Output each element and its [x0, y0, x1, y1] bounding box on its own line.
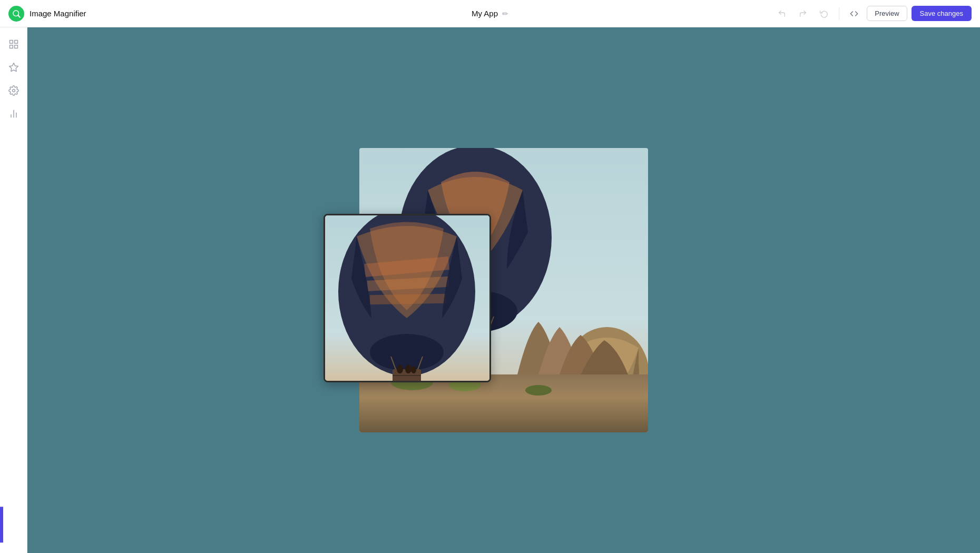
redo-button[interactable] — [795, 5, 811, 22]
topbar-center: My App ✏ — [472, 9, 508, 18]
svg-point-36 — [397, 365, 403, 373]
sidebar-item-dashboard[interactable] — [3, 34, 24, 55]
svg-point-37 — [405, 365, 411, 373]
svg-point-24 — [525, 385, 552, 396]
topbar-right: Preview Save changes — [773, 5, 972, 22]
upgrade-tab[interactable]: Upgrade — [0, 507, 3, 542]
sidebar: Upgrade — [0, 27, 27, 553]
toolbar-divider — [839, 7, 839, 20]
app-logo — [8, 6, 24, 22]
svg-rect-30 — [370, 294, 446, 305]
svg-line-1 — [18, 15, 20, 17]
svg-rect-5 — [9, 45, 13, 48]
page-title: My App — [472, 9, 498, 18]
code-editor-button[interactable] — [846, 5, 863, 22]
svg-point-31 — [370, 334, 444, 371]
topbar: Image Magnifier My App ✏ — [0, 0, 980, 27]
svg-point-6 — [12, 90, 15, 92]
svg-rect-4 — [14, 45, 17, 48]
topbar-left: Image Magnifier — [8, 6, 86, 22]
svg-rect-3 — [14, 41, 17, 44]
sidebar-item-analytics[interactable] — [3, 103, 24, 124]
save-button[interactable]: Save changes — [912, 6, 972, 21]
svg-rect-2 — [9, 41, 13, 44]
undo-button[interactable] — [773, 5, 790, 22]
preview-button[interactable]: Preview — [867, 6, 907, 21]
magnifier-overlay — [324, 214, 491, 382]
sidebar-item-settings[interactable] — [3, 80, 24, 101]
sidebar-item-components[interactable] — [3, 57, 24, 78]
main-area: Upgrade — [0, 27, 980, 553]
edit-icon[interactable]: ✏ — [502, 9, 508, 18]
svg-point-38 — [411, 366, 416, 373]
app-name-label: Image Magnifier — [30, 9, 86, 18]
history-button[interactable] — [816, 5, 832, 22]
canvas-area[interactable] — [27, 27, 980, 553]
main-image-container — [359, 148, 648, 432]
